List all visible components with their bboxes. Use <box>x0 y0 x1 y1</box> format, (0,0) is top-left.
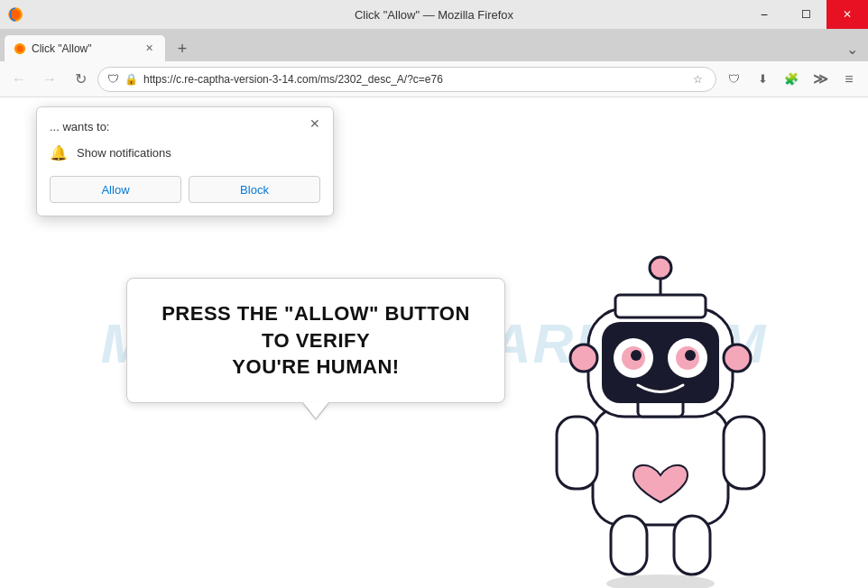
svg-point-18 <box>685 350 696 361</box>
svg-point-3 <box>17 45 23 51</box>
bell-icon: 🔔 <box>50 144 68 161</box>
secure-dns-button[interactable]: 🛡 <box>720 66 747 93</box>
popup-wants-text: ... wants to: <box>50 120 320 133</box>
titlebar: Click "Allow" — Mozilla Firefox – ☐ ✕ <box>0 0 868 29</box>
svg-rect-9 <box>674 516 710 574</box>
svg-rect-8 <box>611 516 647 574</box>
permission-text: Show notifications <box>77 146 171 160</box>
minimize-button[interactable]: – <box>743 0 785 29</box>
navbar: ← → ↻ 🛡 🔒 https://c.re-captha-version-3-… <box>0 61 868 97</box>
popup-permission-row: 🔔 Show notifications <box>50 144 320 161</box>
new-tab-button[interactable]: + <box>170 36 195 61</box>
tab-close-button[interactable]: ✕ <box>142 41 156 56</box>
speech-bubble: PRESS THE "ALLOW" BUTTON TO VERIFYYOU'RE… <box>126 278 505 403</box>
firefox-logo-icon <box>7 6 23 23</box>
more-tools-button[interactable]: ≫ <box>807 66 834 93</box>
titlebar-left <box>0 6 31 23</box>
allow-button[interactable]: Allow <box>50 176 181 203</box>
extensions-button[interactable]: 🧩 <box>778 66 805 93</box>
svg-rect-7 <box>724 417 764 489</box>
maximize-button[interactable]: ☐ <box>785 0 826 29</box>
svg-rect-23 <box>615 295 706 317</box>
tab-favicon-icon <box>14 42 26 55</box>
svg-point-19 <box>570 345 597 372</box>
popup-close-button[interactable]: ✕ <box>306 115 324 133</box>
page-content: MYANTISPYWARE.COM ✕ ... wants to: 🔔 Show… <box>0 97 868 588</box>
shield-icon: 🛡 <box>107 72 119 86</box>
address-icons: ☆ <box>688 70 706 88</box>
bubble-text: PRESS THE "ALLOW" BUTTON TO VERIFYYOU'RE… <box>154 300 477 381</box>
svg-point-17 <box>631 350 642 361</box>
url-text: https://c.re-captha-version-3-14.com/ms/… <box>143 73 683 86</box>
robot-svg <box>525 209 796 588</box>
bookmark-star-icon[interactable]: ☆ <box>688 70 706 88</box>
notification-popup: ✕ ... wants to: 🔔 Show notifications All… <box>36 106 334 216</box>
svg-rect-5 <box>593 408 728 525</box>
back-button[interactable]: ← <box>5 66 32 93</box>
svg-rect-6 <box>557 417 597 489</box>
tab-label: Click "Allow" <box>32 42 92 55</box>
address-bar[interactable]: 🛡 🔒 https://c.re-captha-version-3-14.com… <box>97 67 716 92</box>
block-button[interactable]: Block <box>189 176 320 203</box>
svg-point-20 <box>724 345 751 372</box>
svg-point-22 <box>650 257 671 279</box>
active-tab[interactable]: Click "Allow" ✕ <box>4 34 166 61</box>
reload-button[interactable]: ↻ <box>67 66 94 93</box>
downloads-button[interactable]: ⬇ <box>749 66 776 93</box>
titlebar-controls: – ☐ ✕ <box>743 0 868 29</box>
lock-icon: 🔒 <box>125 73 138 86</box>
svg-point-4 <box>606 574 715 588</box>
tab-dropdown-button[interactable]: ⌄ <box>839 36 864 61</box>
tabbar: Click "Allow" ✕ + ⌄ <box>0 29 868 61</box>
close-button[interactable]: ✕ <box>826 0 868 29</box>
nav-right-icons: 🛡 ⬇ 🧩 ≫ ≡ <box>720 66 863 93</box>
robot-illustration <box>525 209 814 588</box>
menu-button[interactable]: ≡ <box>836 66 863 93</box>
titlebar-title: Click "Allow" — Mozilla Firefox <box>355 8 513 22</box>
forward-button[interactable]: → <box>36 66 63 93</box>
popup-buttons: Allow Block <box>50 176 320 203</box>
